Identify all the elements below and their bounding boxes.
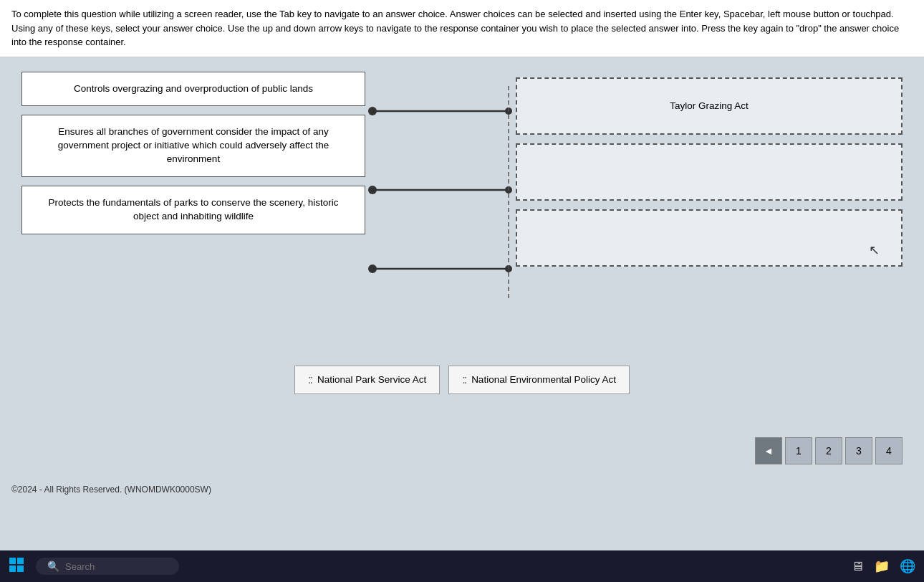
pagination-row: ◄ 1 2 3 4	[0, 423, 924, 479]
chip1-handle: ::	[308, 373, 312, 386]
taskbar-search-box[interactable]: 🔍	[36, 558, 179, 575]
right-column: Taylor Grazing Act ↖	[516, 77, 903, 267]
connector-svg	[365, 72, 516, 344]
answer-choice-3[interactable]: Protects the fundamentals of parks to co…	[21, 186, 365, 234]
desktop-icon[interactable]: 🖥	[851, 559, 864, 574]
search-input[interactable]	[65, 561, 186, 572]
connector-block	[365, 72, 516, 344]
prev-page-button[interactable]: ◄	[755, 437, 782, 464]
draggable-chips-row: :: National Park Service Act :: National…	[21, 351, 903, 409]
svg-rect-12	[9, 566, 16, 572]
drop-target-1[interactable]: Taylor Grazing Act	[516, 77, 903, 135]
browser-icon[interactable]: 🌐	[900, 558, 915, 574]
svg-rect-11	[17, 558, 24, 564]
taskbar: 🔍 🖥 📁 🌐	[0, 550, 924, 582]
chip1-label: National Park Service Act	[317, 374, 426, 385]
search-icon: 🔍	[47, 560, 59, 572]
taskbar-icons: 🖥 📁 🌐	[851, 558, 915, 574]
instruction-text: To complete this question while utilizin…	[11, 9, 899, 47]
drop-target-2[interactable]	[516, 143, 903, 201]
page-3-button[interactable]: 3	[845, 437, 872, 464]
cursor-icon: ↖	[869, 242, 880, 258]
svg-rect-13	[17, 566, 24, 572]
page-1-button[interactable]: 1	[785, 437, 812, 464]
left-column: Controls overgrazing and overproduction …	[21, 72, 365, 234]
page-2-button[interactable]: 2	[815, 437, 842, 464]
file-manager-icon[interactable]: 📁	[874, 558, 890, 574]
answer-choice-2[interactable]: Ensures all branches of government consi…	[21, 115, 365, 177]
main-content: Controls overgrazing and overproduction …	[0, 57, 924, 423]
page-4-button[interactable]: 4	[875, 437, 903, 464]
chip-national-environmental[interactable]: :: National Environmental Policy Act	[448, 366, 630, 394]
svg-rect-10	[9, 558, 16, 564]
answer-choice-1[interactable]: Controls overgrazing and overproduction …	[21, 72, 365, 107]
instruction-bar: To complete this question while utilizin…	[0, 0, 924, 57]
drop-target-3[interactable]: ↖	[516, 209, 903, 267]
chip-national-park[interactable]: :: National Park Service Act	[294, 366, 440, 394]
footer-bar: ©2024 - All Rights Reserved. (WNOMDWK000…	[0, 479, 924, 500]
copyright-text: ©2024 - All Rights Reserved. (WNOMDWK000…	[11, 485, 211, 495]
chip2-label: National Environmental Policy Act	[471, 374, 616, 385]
windows-icon[interactable]	[9, 557, 24, 576]
chip2-handle: ::	[462, 373, 466, 386]
